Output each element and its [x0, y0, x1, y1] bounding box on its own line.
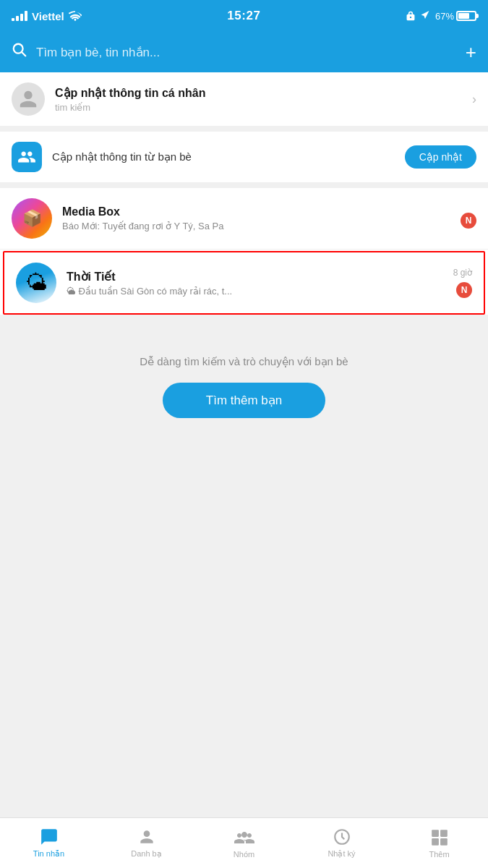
grid-icon: [430, 828, 449, 847]
nav-item-nhat-ky[interactable]: Nhật ký: [293, 822, 390, 864]
nav-item-tin-nhan[interactable]: Tin nhắn: [0, 822, 98, 864]
nav-label-tin-nhan: Tin nhắn: [33, 849, 64, 859]
clock-icon: [333, 827, 351, 846]
friends-update-row: Cập nhật thông tin từ bạn bè Cập nhật: [0, 132, 488, 182]
nav-item-them[interactable]: Thêm: [390, 822, 488, 864]
media-box-avatar: 📦: [12, 198, 52, 239]
main-content: Cập nhật thông tin cá nhân tim kiếm › Cậ…: [0, 72, 488, 817]
search-input[interactable]: Tìm bạn bè, tin nhắn...: [36, 45, 457, 60]
bottom-nav: Tin nhắn Danh bạ Nhóm Nhật ký Thêm: [0, 817, 488, 868]
weather-badge: N: [456, 282, 472, 298]
weather-time: 8 giờ: [453, 268, 472, 278]
weather-preview: 🌥 Đầu tuần Sài Gòn có mây rải rác, t...: [67, 286, 443, 297]
message-item-weather[interactable]: 🌤 Thời Tiết 🌥 Đầu tuần Sài Gòn có mây rả…: [3, 251, 485, 315]
status-bar: Viettel 15:27 67%: [0, 0, 488, 32]
location-icon: [421, 11, 429, 21]
weather-avatar: 🌤: [16, 263, 56, 303]
profile-title: Cập nhật thông tin cá nhân: [55, 86, 462, 100]
profile-text-content: Cập nhật thông tin cá nhân tim kiếm: [55, 86, 462, 113]
media-box-badge: N: [461, 213, 476, 229]
svg-rect-4: [440, 830, 448, 837]
empty-state-text: Dễ dàng tìm kiếm và trò chuyện với bạn b…: [140, 355, 348, 368]
search-bar: Tìm bạn bè, tin nhắn... +: [0, 32, 488, 72]
add-button[interactable]: +: [466, 41, 476, 64]
nav-item-danh-ba[interactable]: Danh bạ: [98, 822, 195, 864]
friends-update-text: Cập nhật thông tin từ bạn bè: [52, 150, 395, 163]
group-icon: [234, 828, 254, 847]
search-icon: [12, 42, 27, 62]
wifi-icon: [69, 11, 82, 21]
media-box-content: Media Box Báo Mới: Tuyết đang rơi ở Y Tý…: [62, 205, 450, 231]
status-right: 67%: [406, 11, 476, 22]
nav-label-nhat-ky: Nhật ký: [328, 849, 355, 859]
media-box-meta: N: [461, 208, 476, 229]
nav-item-nhom[interactable]: Nhóm: [195, 822, 293, 864]
battery-percent: 67%: [435, 11, 454, 22]
weather-name: Thời Tiết: [67, 270, 443, 284]
nav-label-danh-ba: Danh bạ: [131, 849, 161, 859]
svg-rect-6: [440, 838, 448, 846]
svg-line-1: [22, 52, 25, 56]
carrier-label: Viettel: [32, 10, 64, 22]
weather-content: Thời Tiết 🌥 Đầu tuần Sài Gòn có mây rải …: [67, 270, 443, 297]
empty-state: Dễ dàng tìm kiếm và trò chuyện với bạn b…: [0, 320, 488, 441]
lock-icon: [406, 11, 415, 21]
media-box-name: Media Box: [62, 205, 450, 218]
status-left: Viettel: [12, 10, 82, 22]
profile-subtitle: tim kiếm: [55, 102, 462, 113]
svg-rect-3: [432, 830, 439, 837]
signal-icon: [12, 11, 27, 21]
battery-icon: 67%: [435, 11, 476, 22]
nav-label-nhom: Nhóm: [234, 850, 254, 859]
status-time: 15:27: [227, 9, 260, 23]
weather-meta: 8 giờ N: [453, 268, 472, 298]
find-friends-button[interactable]: Tìm thêm bạn: [163, 383, 325, 418]
cap-nhat-button[interactable]: Cập nhật: [405, 145, 476, 169]
message-list: 📦 Media Box Báo Mới: Tuyết đang rơi ở Y …: [0, 188, 488, 315]
svg-rect-5: [432, 838, 439, 846]
nav-label-them: Thêm: [429, 850, 449, 859]
friends-icon: [12, 142, 42, 172]
profile-avatar: [12, 82, 45, 116]
profile-chevron-icon: ›: [472, 92, 476, 107]
profile-update-row[interactable]: Cập nhật thông tin cá nhân tim kiếm ›: [0, 72, 488, 126]
media-box-preview: Báo Mới: Tuyết đang rơi ở Y Tý, Sa Pa: [62, 221, 450, 231]
chat-icon: [40, 827, 59, 846]
message-item-media-box[interactable]: 📦 Media Box Báo Mới: Tuyết đang rơi ở Y …: [0, 188, 488, 250]
contacts-icon: [137, 827, 156, 846]
